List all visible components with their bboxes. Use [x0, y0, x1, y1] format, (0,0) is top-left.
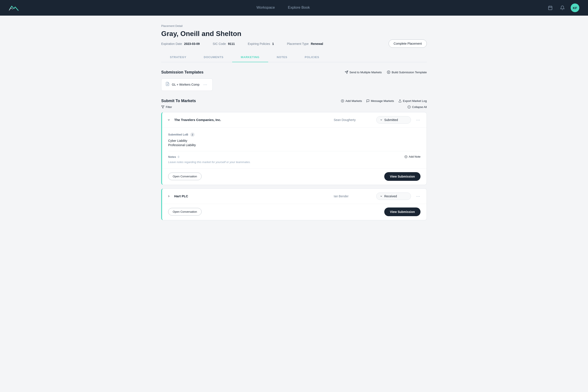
template-card-left: GL + Workers Comp: [165, 82, 199, 88]
lob-label-travelers: Submitted LoB 2: [168, 132, 420, 137]
nav-explore-book[interactable]: Explore Book: [288, 4, 310, 11]
sic-code: SIC Code 9111: [213, 42, 235, 46]
market-more-button-travelers[interactable]: ⋯: [414, 117, 422, 123]
template-name: GL + Workers Comp: [172, 83, 199, 86]
view-submission-button-travelers[interactable]: View Submission: [384, 172, 420, 181]
status-dropdown-hart[interactable]: Received: [376, 192, 411, 200]
tabs: STRATEGY DOCUMENTS MARKETING NOTES POLIC…: [161, 52, 427, 62]
view-submission-button-hart[interactable]: View Submission: [384, 208, 420, 216]
complete-placement-button[interactable]: Complete Placement: [389, 40, 427, 48]
build-submission-template-button[interactable]: Build Submission Template: [387, 70, 427, 74]
bell-button[interactable]: [558, 4, 566, 12]
plus-circle-small-icon: [341, 99, 344, 102]
tab-policies[interactable]: POLICIES: [296, 52, 328, 62]
add-markets-button[interactable]: Add Markets: [341, 99, 362, 102]
placement-type: Placement Type Renewal: [287, 42, 323, 46]
chevron-right-button-hart[interactable]: [167, 194, 171, 198]
navbar: Workspace Explore Book KF: [0, 0, 588, 16]
lob-count-travelers: 2: [190, 132, 195, 137]
chevron-down-icon: [167, 118, 170, 122]
collapse-icon: [407, 105, 411, 108]
svg-rect-0: [548, 6, 552, 10]
navbar-right: KF: [546, 4, 579, 12]
market-card-hart: Hart PLC Ian Bender Received ⋯ Open Conv…: [161, 188, 427, 220]
lob-item-professional: Professional Liability: [168, 143, 420, 147]
chevron-down-button-travelers[interactable]: [167, 118, 171, 122]
submission-templates-header: Submission Templates Send to Multiple Ma…: [161, 70, 427, 74]
submit-to-markets-header: Submit To Markets Add Markets Message Ma…: [161, 99, 427, 103]
send-to-multiple-markets-button[interactable]: Send to Multiple Markets: [345, 70, 382, 74]
nav-workspace[interactable]: Workspace: [256, 4, 275, 11]
logo-icon: [9, 4, 20, 11]
markets-actions: Add Markets Message Markets Export Marke…: [341, 99, 427, 102]
submit-to-markets-title: Submit To Markets: [161, 99, 196, 103]
calendar-icon: [548, 6, 553, 10]
market-more-button-hart[interactable]: ⋯: [414, 194, 422, 199]
tab-strategy[interactable]: STRATEGY: [161, 52, 195, 62]
market-name-hart: Hart PLC: [174, 194, 330, 198]
chevron-right-icon: [167, 195, 170, 198]
document-icon: [165, 82, 170, 88]
market-body-travelers: Submitted LoB 2 Cyber Liability Professi…: [162, 128, 427, 168]
collapse-all-button[interactable]: Collapse All: [407, 105, 427, 108]
filter-button[interactable]: Filter: [161, 105, 172, 108]
notes-section-travelers: Notes 0 Add Note Leave notes regarding t…: [168, 151, 420, 164]
market-card-header-travelers: The Travelers Companies, Inc. Sean Dough…: [162, 112, 427, 128]
tab-notes[interactable]: NOTES: [268, 52, 296, 62]
template-actions: Send to Multiple Markets Build Submissio…: [345, 70, 427, 74]
export-market-log-button[interactable]: Export Market Log: [398, 99, 427, 102]
open-conversation-button-hart[interactable]: Open Conversation: [168, 208, 202, 216]
upload-icon: [398, 99, 402, 102]
tab-marketing[interactable]: MARKETING: [232, 52, 268, 62]
status-dropdown-travelers[interactable]: Submitted: [376, 116, 411, 124]
tab-documents[interactable]: DOCUMENTS: [195, 52, 232, 62]
nav-links: Workspace Explore Book: [256, 4, 310, 11]
market-card-header-hart: Hart PLC Ian Bender Received ⋯: [162, 189, 427, 204]
market-card-travelers: The Travelers Companies, Inc. Sean Dough…: [161, 112, 427, 185]
expiration-date: Expiration Date 2023-03-09: [161, 42, 200, 46]
message-icon: [366, 99, 369, 102]
plus-circle-icon: [387, 70, 390, 74]
expiring-policies: Expiring Policies 1: [248, 42, 274, 46]
lob-item-cyber: Cyber Liability: [168, 138, 420, 143]
message-markets-button[interactable]: Message Markets: [366, 99, 394, 102]
market-footer-hart: Open Conversation View Submission: [162, 204, 427, 220]
market-contact-travelers: Sean Dougherty: [334, 118, 373, 122]
open-conversation-button-travelers[interactable]: Open Conversation: [168, 172, 202, 180]
submission-templates-title: Submission Templates: [161, 70, 204, 74]
logo[interactable]: [9, 4, 20, 11]
filter-row: Filter Collapse All: [161, 105, 427, 108]
market-name-travelers: The Travelers Companies, Inc.: [174, 118, 330, 122]
filter-icon: [161, 105, 165, 108]
breadcrumb: Placement Detail: [161, 24, 427, 28]
add-note-button-travelers[interactable]: Add Note: [404, 155, 420, 158]
page-title: Gray, Oneill and Shelton: [161, 30, 427, 38]
meta-row: Expiration Date 2023-03-09 SIC Code 9111…: [161, 42, 427, 46]
market-contact-hart: Ian Bender: [334, 194, 373, 198]
notes-label-travelers: Notes 0: [168, 155, 179, 159]
plus-circle-note-icon: [404, 155, 407, 158]
bell-icon: [560, 6, 565, 10]
svg-marker-15: [161, 106, 164, 108]
send-icon: [345, 70, 348, 74]
template-more-button[interactable]: ⋯: [202, 82, 209, 88]
calendar-button[interactable]: [546, 4, 554, 12]
chevron-small-hart-icon: [380, 195, 382, 198]
avatar[interactable]: KF: [571, 4, 579, 12]
template-card: GL + Workers Comp ⋯: [161, 78, 213, 91]
lob-section-travelers: Submitted LoB 2 Cyber Liability Professi…: [168, 132, 420, 147]
chevron-small-icon: [380, 118, 382, 121]
main-content: Placement Detail Gray, Oneill and Shelto…: [151, 16, 437, 232]
notes-header-travelers: Notes 0 Add Note: [168, 155, 420, 159]
notes-placeholder-travelers: Leave notes regarding this market for yo…: [168, 160, 420, 164]
market-footer-travelers: Open Conversation View Submission: [162, 168, 427, 185]
